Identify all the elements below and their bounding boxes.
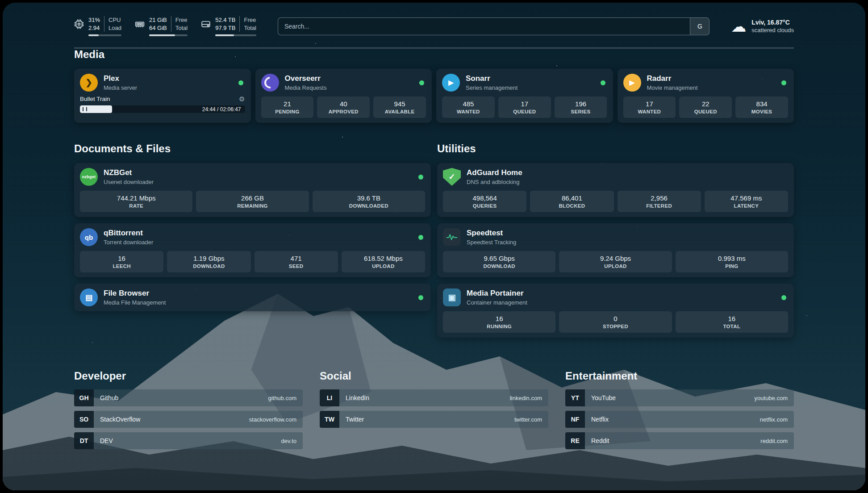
stat-label: RUNNING (445, 324, 554, 329)
service-title: Overseerr (285, 74, 327, 83)
disk-label-bottom: Total (244, 24, 256, 32)
bookmark-linkedin[interactable]: LI LinkedIn linkedin.com (320, 389, 548, 406)
search-provider-button[interactable]: G (690, 18, 709, 35)
plex-card[interactable]: ❯ Plex Media server Bullet Train ⚙ 24:44… (74, 69, 251, 123)
stat-value: 945 (375, 100, 424, 108)
service-title: File Browser (104, 289, 166, 298)
adguard-icon: ✓ (443, 168, 461, 186)
bookmark-url: linkedin.com (510, 395, 542, 401)
stat-value: 21 (263, 100, 312, 108)
stat-box: 86,401BLOCKED (530, 191, 613, 212)
dashboard: 31% 2.94 CPU Load (74, 3, 794, 472)
stat-box: 196SERIES (555, 96, 607, 118)
bookmark-url: youtube.com (755, 395, 788, 401)
now-playing-title: Bullet Train (80, 96, 110, 102)
stat-box: 266 GBREMAINING (196, 191, 309, 212)
bookmark-github[interactable]: GH Github github.com (74, 389, 303, 406)
stat-value: 266 GB (198, 194, 307, 202)
overseerr-icon (261, 74, 279, 92)
bookmark-youtube[interactable]: YT YouTube youtube.com (565, 389, 794, 406)
stat-box: 1.19 GbpsDOWNLOAD (167, 251, 250, 272)
cloud-icon: ☁ (731, 19, 746, 34)
bookmark-netflix[interactable]: NF Netflix netflix.com (565, 411, 794, 428)
stat-value: 498,564 (445, 194, 525, 202)
portainer-card[interactable]: ▣ Media Portainer Container management 1… (437, 284, 794, 338)
stat-value: 22 (681, 100, 730, 108)
stat-label: BLOCKED (532, 203, 612, 209)
sonarr-card[interactable]: ▶ Sonarr Series management 485WANTED 17Q… (436, 69, 613, 123)
stat-label: LATENCY (706, 203, 786, 209)
stat-label: REMAINING (198, 203, 307, 209)
stat-label: PENDING (263, 109, 312, 114)
nzbget-card[interactable]: nzbget NZBGet Usenet downloader 744.21 M… (74, 163, 431, 217)
search-input[interactable] (278, 18, 690, 35)
stat-value: 834 (737, 100, 786, 108)
playback-time: 24:44 / 02:06:47 (202, 106, 241, 113)
section-title-documents: Documents & Files (74, 142, 431, 155)
ram-widget: 21 GiB 64 GiB Free Total (135, 16, 188, 36)
ram-total: 64 GiB (149, 24, 167, 32)
section-title-utilities: Utilities (437, 142, 794, 155)
radarr-card[interactable]: ▶ Radarr Movie management 17WANTED 22QUE… (618, 69, 794, 123)
stat-value: 0 (561, 315, 670, 322)
service-subtitle: Container management (467, 299, 527, 306)
service-subtitle: Media server (104, 84, 137, 91)
stat-label: SEED (256, 263, 336, 269)
stat-box: 17WANTED (623, 96, 676, 118)
bookmark-reddit[interactable]: RE Reddit reddit.com (565, 432, 794, 449)
speedtest-card[interactable]: Speedtest Speedtest Tracking 9.65 GbpsDO… (437, 223, 794, 277)
disk-free: 52.4 TB (215, 16, 235, 24)
settings-icon[interactable]: ⚙ (239, 96, 245, 102)
bookmark-url: github.com (268, 395, 296, 401)
service-title: Radarr (647, 74, 698, 83)
stat-label: FILTERED (619, 203, 699, 209)
stat-box: 16TOTAL (676, 311, 788, 333)
stat-box: 16RUNNING (443, 311, 555, 333)
stat-value: 744.21 Mbps (82, 194, 191, 202)
pause-icon[interactable] (83, 107, 87, 111)
speedtest-icon (443, 228, 461, 246)
service-subtitle: Media Requests (285, 84, 327, 91)
bookmark-abbr: TW (320, 411, 339, 428)
service-subtitle: Movie management (647, 84, 698, 91)
status-dot (781, 295, 786, 300)
service-title: qBittorrent (104, 229, 153, 238)
playback-progressbar[interactable]: 24:44 / 02:06:47 (80, 105, 245, 113)
bookmark-abbr: LI (320, 389, 339, 406)
stat-label: APPROVED (319, 109, 368, 114)
stat-value: 618.52 Mbps (343, 255, 423, 262)
section-title-media: Media (74, 48, 794, 61)
bookmark-name: DEV (100, 437, 113, 444)
overseerr-card[interactable]: Overseerr Media Requests 21PENDING 40APP… (255, 69, 432, 123)
stat-label: MOVIES (737, 109, 786, 114)
bookmark-group-developer: Developer GH Github github.com SO StackO… (74, 370, 303, 454)
stat-value: 9.24 Gbps (561, 255, 670, 262)
plex-icon: ❯ (80, 74, 98, 92)
cpu-label-top: CPU (108, 16, 121, 24)
service-subtitle: Media File Management (104, 299, 166, 306)
disk-label-top: Free (244, 16, 256, 24)
search-bar[interactable]: G (278, 17, 709, 35)
cpu-widget: 31% 2.94 CPU Load (74, 16, 121, 36)
service-title: Media Portainer (467, 289, 527, 298)
bookmark-abbr: GH (74, 389, 94, 406)
ram-free: 21 GiB (149, 16, 167, 24)
weather-location: Lviv, 16.87°C (751, 19, 794, 26)
disk-icon (201, 19, 211, 29)
media-grid: ❯ Plex Media server Bullet Train ⚙ 24:44… (74, 69, 794, 123)
bookmark-twitter[interactable]: TW Twitter twitter.com (320, 411, 548, 428)
status-dot (419, 80, 424, 85)
bookmark-stackoverflow[interactable]: SO StackOverflow stackoverflow.com (74, 411, 303, 428)
status-dot (418, 235, 423, 240)
service-subtitle: Usenet downloader (104, 179, 154, 185)
stat-value: 1.19 Gbps (169, 255, 249, 262)
stat-box: 21PENDING (261, 96, 314, 118)
qbittorrent-card[interactable]: qb qBittorrent Torrent downloader 16LEEC… (74, 223, 431, 277)
filebrowser-card[interactable]: ▤ File Browser Media File Management (74, 284, 431, 311)
bookmark-dev[interactable]: DT DEV dev.to (74, 432, 303, 449)
bookmark-group-entertainment: Entertainment YT YouTube youtube.com NF … (565, 370, 794, 454)
bookmark-name: StackOverflow (100, 416, 140, 423)
adguard-card[interactable]: ✓ AdGuard Home DNS and adblocking 498,56… (437, 163, 794, 217)
stat-box: 16LEECH (80, 251, 163, 272)
service-subtitle: Speedtest Tracking (467, 239, 516, 246)
